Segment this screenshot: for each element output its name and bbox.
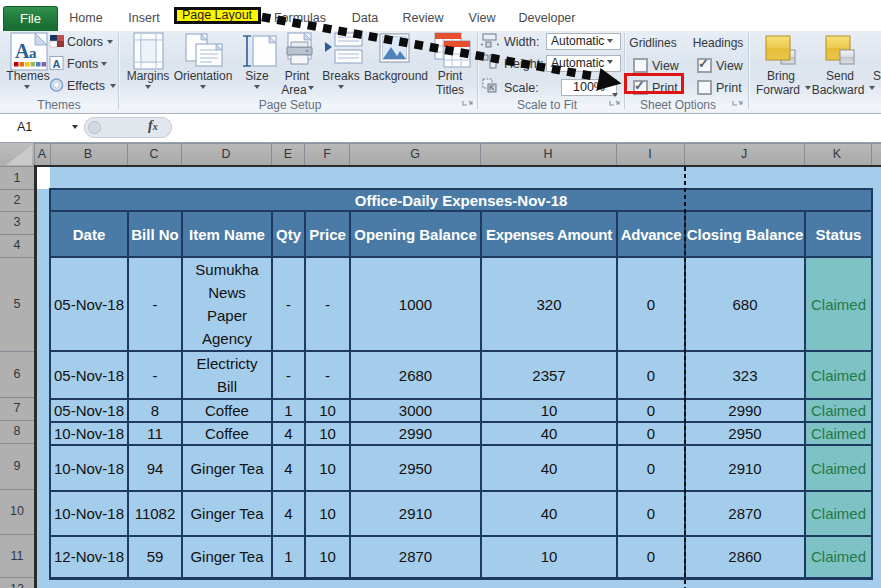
svg-text:A: A [53, 58, 61, 70]
svg-text:A: A [15, 40, 30, 62]
svg-text:a: a [29, 45, 37, 61]
